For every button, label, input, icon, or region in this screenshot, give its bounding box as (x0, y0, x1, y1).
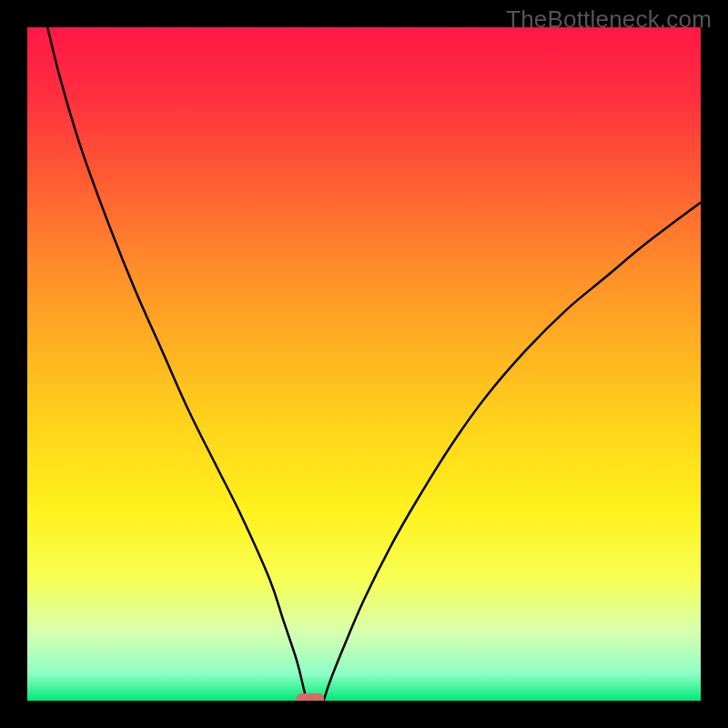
optimum-marker (296, 693, 324, 701)
plot-area (27, 27, 701, 701)
chart-frame: TheBottleneck.com (0, 0, 728, 728)
chart-svg (27, 27, 701, 701)
